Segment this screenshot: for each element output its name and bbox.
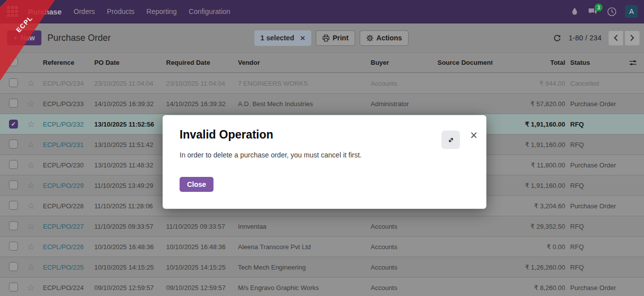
- refresh-icon[interactable]: [552, 33, 562, 43]
- table-row[interactable]: ☆ECPL/PO/22711/10/2025 09:33:5711/10/202…: [0, 216, 644, 237]
- row-checkbox[interactable]: [9, 201, 18, 210]
- favorite-star-icon[interactable]: ☆: [25, 119, 37, 130]
- pager-next-button[interactable]: [625, 30, 640, 46]
- row-reference[interactable]: ECPL/PO/227: [37, 223, 93, 230]
- messages-badge: 3: [595, 3, 603, 11]
- new-button[interactable]: + New: [7, 30, 41, 45]
- column-header-reference[interactable]: Reference: [37, 59, 93, 66]
- row-buyer: Accounts: [370, 264, 436, 271]
- table-row[interactable]: ☆ECPL/PO/23423/10/2025 11:04:0423/10/202…: [0, 73, 644, 94]
- row-reference[interactable]: ECPL/PO/229: [37, 182, 93, 189]
- table-row[interactable]: ☆ECPL/PO/22510/10/2025 14:15:2510/10/202…: [0, 257, 644, 278]
- row-total: ₹ 1,91,160.00: [492, 141, 565, 148]
- nav-menu: OrdersProductsReportingConfiguration: [74, 7, 230, 15]
- favorite-star-icon[interactable]: ☆: [25, 160, 37, 170]
- column-header-vendor[interactable]: Vendor: [237, 59, 370, 66]
- column-header-status[interactable]: Status: [565, 59, 624, 66]
- row-total: ₹ 57,820.00: [492, 100, 565, 108]
- favorite-star-icon[interactable]: ☆: [25, 221, 37, 232]
- column-header-required-date[interactable]: Required Date: [165, 59, 237, 66]
- messages-icon[interactable]: 3: [588, 6, 598, 16]
- row-reference[interactable]: ECPL/PO/226: [37, 243, 93, 251]
- row-required-date: 10/10/2025 14:15:25: [165, 264, 237, 271]
- row-checkbox[interactable]: [9, 221, 18, 230]
- favorite-star-icon[interactable]: ☆: [25, 201, 37, 211]
- column-settings-icon: [629, 59, 637, 66]
- row-reference[interactable]: ECPL/PO/232: [37, 121, 93, 128]
- page-title: Purchase Order: [47, 33, 111, 43]
- row-checkbox[interactable]: [9, 160, 18, 169]
- row-vendor: M/s Engravo Graphic Works: [237, 284, 370, 292]
- select-all-checkbox[interactable]: [9, 57, 18, 66]
- row-checkbox[interactable]: ✓: [9, 120, 18, 129]
- table-row[interactable]: ☆ECPL/PO/23314/10/2025 16:39:3214/10/202…: [0, 94, 644, 114]
- row-reference[interactable]: ECPL/PO/230: [37, 161, 93, 169]
- row-required-date: 23/10/2025 11:04:04: [165, 80, 237, 87]
- row-reference[interactable]: ECPL/PO/234: [37, 80, 93, 87]
- row-total: ₹ 11,800.00: [492, 161, 565, 169]
- nav-item-reporting[interactable]: Reporting: [147, 7, 177, 15]
- row-checkbox[interactable]: [9, 262, 18, 271]
- row-total: ₹ 1,91,160.00: [492, 182, 565, 189]
- column-header-buyer[interactable]: Buyer: [370, 59, 436, 66]
- nav-item-orders[interactable]: Orders: [74, 7, 95, 15]
- row-checkbox[interactable]: [9, 283, 18, 292]
- apps-grid-icon[interactable]: [7, 6, 18, 17]
- favorite-star-icon[interactable]: ☆: [25, 283, 37, 293]
- expand-icon: [447, 137, 454, 144]
- nav-app-purchase[interactable]: Purchase: [28, 7, 62, 16]
- row-checkbox[interactable]: [9, 78, 18, 87]
- row-buyer: Accounts: [370, 284, 436, 292]
- print-button[interactable]: Print: [316, 30, 355, 46]
- row-po-date: 11/10/2025 13:49:29: [93, 182, 165, 189]
- row-required-date: 11/10/2025 09:33:57: [165, 223, 237, 230]
- chevron-right-icon: [630, 34, 635, 41]
- favorite-star-icon[interactable]: ☆: [25, 180, 37, 191]
- row-po-date: 13/10/2025 11:52:56: [93, 121, 165, 128]
- pager-range: 1-80 / 234: [569, 34, 602, 42]
- column-settings-button[interactable]: [624, 59, 644, 66]
- favorite-star-icon[interactable]: ☆: [25, 262, 37, 273]
- favorite-star-icon[interactable]: ☆: [25, 242, 37, 252]
- row-checkbox[interactable]: [9, 180, 18, 189]
- row-reference[interactable]: ECPL/PO/225: [37, 264, 93, 271]
- table-row[interactable]: ☆ECPL/PO/22610/10/2025 16:48:3610/10/202…: [0, 237, 644, 257]
- dialog-x-icon[interactable]: ×: [470, 129, 477, 142]
- clock-icon[interactable]: [607, 6, 617, 16]
- dialog-close-button[interactable]: Close: [180, 177, 214, 192]
- row-checkbox[interactable]: [9, 242, 18, 251]
- selection-count: 1 selected: [260, 34, 294, 42]
- row-checkbox[interactable]: [9, 140, 18, 148]
- row-buyer: Accounts: [370, 80, 436, 87]
- row-reference[interactable]: ECPL/PO/233: [37, 100, 93, 108]
- column-header-total[interactable]: Total: [492, 59, 565, 66]
- row-total: ₹ 0.00: [492, 243, 565, 251]
- row-total: ₹ 1,91,160.00: [492, 121, 565, 128]
- dialog-expand-button[interactable]: [441, 131, 460, 149]
- favorite-star-icon[interactable]: ☆: [25, 78, 37, 89]
- chevron-left-icon: [614, 34, 618, 41]
- row-checkbox[interactable]: [9, 99, 18, 108]
- favorite-star-icon[interactable]: ☆: [25, 99, 37, 109]
- row-reference[interactable]: ECPL/PO/224: [37, 284, 93, 292]
- gear-icon: [366, 34, 374, 42]
- row-required-date: 10/10/2025 16:48:36: [165, 243, 237, 251]
- row-status: Purchase Order: [565, 284, 624, 292]
- row-reference[interactable]: ECPL/PO/228: [37, 202, 93, 210]
- nav-item-products[interactable]: Products: [107, 7, 134, 15]
- activities-droplet-icon[interactable]: [570, 6, 580, 16]
- nav-item-configuration[interactable]: Configuration: [189, 7, 230, 15]
- row-po-date: 11/10/2025 09:33:57: [93, 223, 165, 230]
- row-reference[interactable]: ECPL/PO/231: [37, 141, 93, 148]
- column-header-source-document[interactable]: Source Document: [436, 59, 492, 66]
- favorite-star-icon[interactable]: ☆: [25, 140, 37, 150]
- user-avatar[interactable]: A: [625, 5, 638, 18]
- column-header-po-date[interactable]: PO Date: [93, 59, 165, 66]
- row-po-date: 23/10/2025 11:04:04: [93, 80, 165, 87]
- row-po-date: 09/10/2025 12:59:57: [93, 284, 165, 292]
- pager-previous-button[interactable]: [608, 30, 624, 46]
- clear-selection-icon[interactable]: ×: [300, 34, 305, 42]
- actions-button[interactable]: Actions: [360, 30, 409, 46]
- row-status: RFQ: [565, 223, 624, 230]
- table-row[interactable]: ☆ECPL/PO/22409/10/2025 12:59:5709/10/202…: [0, 278, 644, 296]
